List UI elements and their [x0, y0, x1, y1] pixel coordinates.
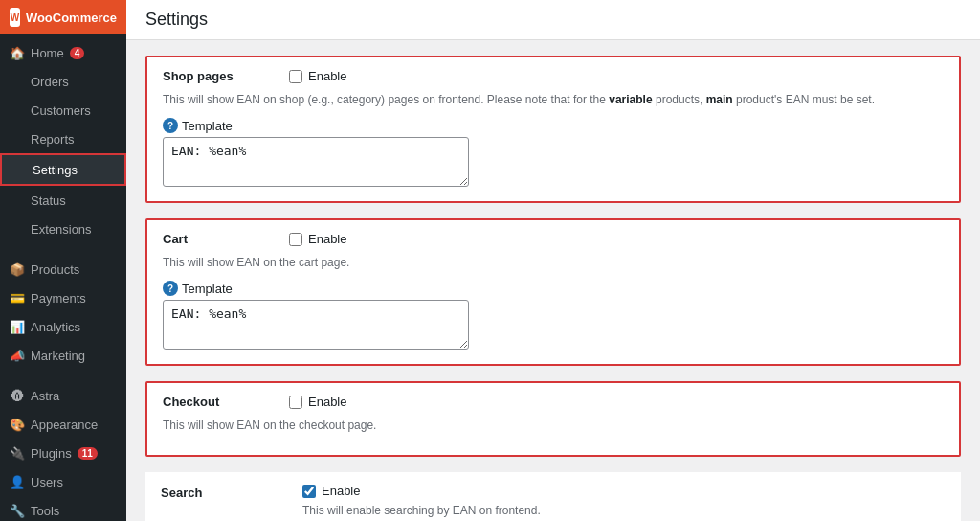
sidebar-item-analytics[interactable]: 📊 Analytics [0, 312, 126, 341]
main-content: Settings Shop pages Enable This will sho… [126, 0, 980, 521]
sidebar-item-label: Appearance [31, 418, 98, 432]
settings-body: Shop pages Enable This will show EAN on … [126, 40, 980, 521]
sidebar-item-marketing[interactable]: 📣 Marketing [0, 341, 126, 370]
sidebar-item-products[interactable]: 📦 Products [0, 255, 126, 283]
appearance-icon: 🎨 [10, 417, 25, 432]
sidebar-item-label: Tools [31, 504, 59, 518]
cart-description: This will show EAN on the cart page. [163, 254, 944, 271]
plugins-icon: 🔌 [10, 445, 25, 461]
sidebar-item-label: Home [31, 46, 64, 60]
extensions-icon [10, 221, 25, 237]
page-title: Settings [145, 10, 208, 29]
sidebar-brand-label: WooCommerce [26, 11, 117, 25]
home-badge: 4 [70, 47, 85, 59]
checkout-section: Checkout Enable This will show EAN on th… [145, 381, 961, 457]
shop-pages-section: Shop pages Enable This will show EAN on … [145, 56, 961, 203]
page-header: Settings [126, 0, 980, 40]
shop-pages-enable-label: Enable [308, 69, 346, 83]
sidebar-item-label: Analytics [31, 320, 80, 334]
sidebar-item-label: Settings [33, 163, 78, 177]
sidebar-item-label: Plugins [31, 446, 72, 461]
tools-icon: 🔧 [10, 503, 25, 518]
cart-enable-checkbox[interactable] [289, 233, 302, 246]
sidebar-item-label: Payments [31, 291, 86, 306]
analytics-icon: 📊 [10, 319, 25, 334]
search-description1: This will enable searching by EAN on fro… [302, 502, 946, 519]
settings-icon [11, 162, 27, 177]
sidebar-item-payments[interactable]: 💳 Payments [0, 283, 126, 312]
sidebar-item-label: Reports [31, 132, 75, 147]
sidebar-item-label: Orders [31, 75, 69, 89]
shop-pages-template-input[interactable]: EAN: %ean% [163, 137, 469, 187]
sidebar-section-main: 🏠 Home 4 Orders Customers Reports Settin… [0, 38, 126, 243]
sidebar-section-3: 🅐 Astra 🎨 Appearance 🔌 Plugins 11 👤 User… [0, 381, 126, 521]
home-icon: 🏠 [10, 45, 25, 60]
cart-enable-row: Enable [289, 232, 346, 246]
sidebar-item-status[interactable]: Status [0, 186, 126, 215]
search-options: Enable This will enable searching by EAN… [302, 484, 946, 521]
products-icon: 📦 [10, 261, 25, 277]
shop-pages-title: Shop pages [163, 69, 278, 83]
customers-icon [10, 102, 25, 118]
sidebar-section-2: 📦 Products 💳 Payments 📊 Analytics 📣 Mark… [0, 255, 126, 370]
woocommerce-icon: W [10, 8, 20, 27]
search-enable-checkbox[interactable] [302, 485, 316, 498]
sidebar-item-label: Customers [31, 103, 91, 118]
sidebar-item-tools[interactable]: 🔧 Tools [0, 496, 126, 521]
shop-pages-template-label: Template [182, 119, 233, 133]
shop-pages-template-row: ? Template EAN: %ean% [163, 118, 944, 190]
sidebar-item-label: Products [31, 262, 79, 277]
cart-template-row: ? Template EAN: %ean% [163, 281, 944, 352]
checkout-header: Checkout Enable [163, 395, 944, 409]
sidebar-item-label: Status [31, 193, 66, 208]
astra-icon: 🅐 [10, 388, 25, 403]
checkout-description: This will show EAN on the checkout page. [163, 417, 944, 434]
checkout-enable-label: Enable [308, 395, 346, 409]
sidebar-item-reports[interactable]: Reports [0, 125, 126, 153]
search-enable-row: Enable [302, 484, 946, 498]
checkout-enable-row: Enable [289, 395, 346, 409]
sidebar-item-plugins[interactable]: 🔌 Plugins 11 [0, 439, 126, 467]
search-section: Search Enable This will enable searching… [145, 472, 961, 521]
sidebar-item-users[interactable]: 👤 Users [0, 467, 126, 496]
checkout-enable-checkbox[interactable] [289, 396, 302, 409]
search-title: Search [161, 484, 295, 500]
sidebar-item-orders[interactable]: Orders [0, 67, 126, 96]
cart-header: Cart Enable [163, 232, 944, 246]
cart-title: Cart [163, 232, 278, 246]
sidebar-item-home[interactable]: 🏠 Home 4 [0, 38, 126, 67]
orders-icon [10, 74, 25, 89]
payments-icon: 💳 [10, 290, 25, 306]
checkout-title: Checkout [163, 395, 278, 409]
shop-pages-help-icon[interactable]: ? [163, 118, 178, 133]
users-icon: 👤 [10, 474, 25, 489]
sidebar-item-label: Astra [31, 389, 59, 403]
sidebar-item-settings[interactable]: Settings [0, 153, 126, 186]
plugins-badge: 11 [78, 447, 98, 460]
search-enable-label: Enable [322, 484, 360, 498]
sidebar-item-customers[interactable]: Customers [0, 96, 126, 125]
status-icon [10, 193, 25, 208]
reports-icon [10, 131, 25, 147]
sidebar-brand[interactable]: W WooCommerce [0, 0, 126, 34]
cart-section: Cart Enable This will show EAN on the ca… [145, 218, 961, 366]
marketing-icon: 📣 [10, 348, 25, 363]
search-grid: Search Enable This will enable searching… [161, 484, 946, 521]
shop-pages-enable-checkbox[interactable] [289, 70, 302, 83]
sidebar-item-extensions[interactable]: Extensions [0, 215, 126, 243]
cart-help-icon[interactable]: ? [163, 281, 178, 296]
sidebar-item-astra[interactable]: 🅐 Astra [0, 381, 126, 410]
sidebar: W WooCommerce 🏠 Home 4 Orders Customers … [0, 0, 126, 521]
sidebar-item-label: Users [31, 475, 63, 489]
cart-template-label-row: ? Template [163, 281, 944, 296]
shop-pages-template-label-row: ? Template [163, 118, 944, 133]
cart-enable-label: Enable [308, 232, 346, 246]
shop-pages-header: Shop pages Enable [163, 69, 944, 83]
cart-template-input[interactable]: EAN: %ean% [163, 300, 469, 350]
shop-pages-enable-row: Enable [289, 69, 346, 83]
cart-template-label: Template [182, 282, 233, 296]
sidebar-item-label: Extensions [31, 222, 92, 237]
shop-pages-description: This will show EAN on shop (e.g., catego… [163, 91, 944, 108]
sidebar-item-appearance[interactable]: 🎨 Appearance [0, 410, 126, 439]
sidebar-item-label: Marketing [31, 349, 85, 363]
